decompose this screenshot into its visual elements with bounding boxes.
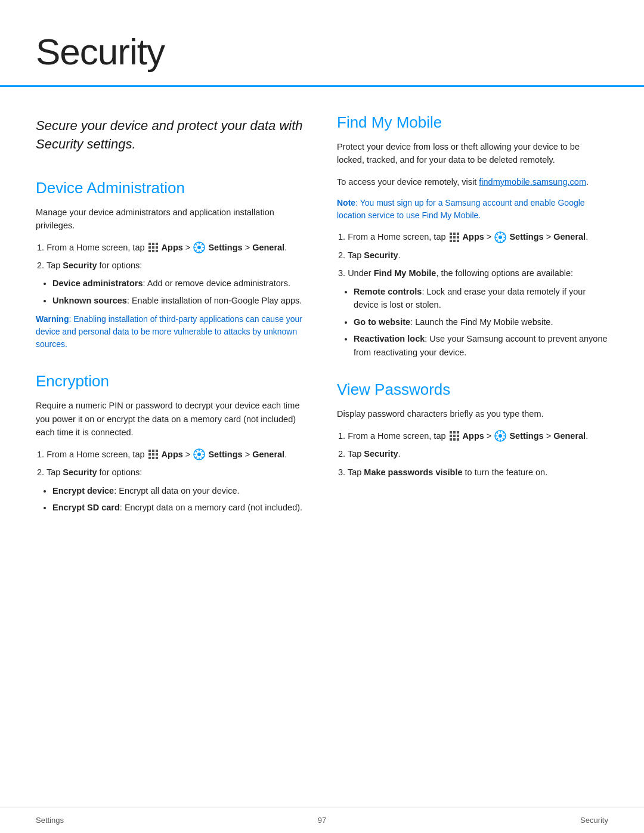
apps-icon [148, 242, 159, 253]
settings-icon [193, 241, 205, 253]
arrow-fmm: > [487, 232, 494, 241]
arrow-vp: > [487, 431, 494, 441]
svg-rect-1 [152, 243, 154, 245]
svg-rect-5 [156, 246, 158, 249]
svg-rect-30 [457, 240, 459, 242]
warning-label: Warning [36, 314, 69, 324]
vp-step-2: 2. Tap Security. [337, 447, 608, 460]
device-admin-step-1: 1. From a Home screen, tap [36, 241, 307, 254]
svg-rect-19 [156, 457, 158, 459]
main-content: Secure your device and protect your data… [0, 87, 644, 569]
fmm-step-3-text: Under Find My Mobile, the following opti… [348, 268, 573, 278]
svg-rect-15 [152, 453, 154, 456]
page-footer: Settings 97 Security [0, 807, 644, 834]
warning-text: : Enabling installation of third-party a… [36, 314, 302, 349]
svg-rect-23 [453, 233, 456, 235]
svg-rect-2 [156, 243, 158, 245]
svg-rect-11 [148, 450, 151, 452]
svg-rect-29 [453, 240, 456, 242]
svg-point-21 [197, 453, 201, 456]
svg-rect-41 [457, 438, 459, 441]
svg-rect-16 [156, 453, 158, 456]
bullet-go-to-website: Go to website: Launch the Find My Mobile… [354, 315, 608, 329]
fmm-step-1-text: From a Home screen, tap [348, 232, 448, 241]
step-2-num: 2. [37, 261, 44, 270]
step-1-text: From a Home screen, tap [47, 243, 147, 252]
apps-icon-vp [449, 431, 460, 441]
svg-rect-14 [148, 453, 151, 456]
settings-label-fmm: Settings [509, 232, 543, 241]
device-admin-warning: Warning: Enabling installation of third-… [36, 313, 307, 351]
bullet-encrypt-device: Encrypt device: Encrypt all data on your… [52, 484, 307, 497]
settings-label-1: Settings [208, 243, 242, 252]
footer-right: Security [580, 815, 608, 826]
settings-label-vp: Settings [509, 431, 543, 441]
svg-rect-22 [450, 233, 452, 235]
svg-rect-13 [156, 450, 158, 452]
svg-rect-35 [457, 431, 459, 433]
encryption-title: Encryption [36, 370, 307, 393]
fmm-step-3-num: 3. [338, 268, 345, 278]
enc-step-1-num: 1. [37, 450, 44, 459]
vp-step-2-text: Tap Security. [348, 449, 401, 459]
svg-point-32 [499, 236, 502, 239]
svg-rect-18 [152, 457, 154, 459]
footer-left: Settings [36, 815, 64, 826]
apps-label-fmm: Apps [463, 232, 484, 241]
enc-step-2-text: Tap Security for options: [47, 467, 142, 477]
device-administration-section: Device Administration Manage your device… [36, 176, 307, 351]
general-1: > General. [245, 243, 287, 252]
apps-label: Apps [162, 243, 183, 252]
vp-step-1: 1. From a Home screen, tap [337, 429, 608, 442]
svg-rect-6 [148, 250, 151, 252]
device-admin-step-2: 2. Tap Security for options: [36, 259, 307, 272]
tagline: Secure your device and protect your data… [36, 117, 307, 154]
findmymobile-link[interactable]: findmymobile.samsung.com [479, 177, 586, 187]
arrow-enc: > [185, 450, 193, 459]
svg-rect-28 [450, 240, 452, 242]
svg-rect-37 [453, 435, 456, 437]
fmm-bullets: Remote controls: Lock and erase your dat… [354, 285, 608, 359]
svg-rect-17 [148, 457, 151, 459]
fmm-step-3: 3. Under Find My Mobile, the following o… [337, 267, 608, 280]
encryption-section: Encryption Require a numeric PIN or pass… [36, 370, 307, 514]
settings-icon-enc [193, 448, 205, 460]
device-admin-bullets: Device administrators: Add or remove dev… [52, 277, 307, 307]
svg-rect-24 [457, 233, 459, 235]
fmm-step-1-num: 1. [338, 232, 345, 241]
bullet-remote-controls: Remote controls: Lock and erase your dat… [354, 285, 608, 312]
page: Security Secure your device and protect … [0, 0, 644, 833]
note-text: : You must sign up for a Samsung account… [337, 198, 585, 220]
apps-label-enc: Apps [162, 450, 183, 459]
arrow-1: > [185, 243, 193, 252]
svg-rect-12 [152, 450, 154, 452]
apps-icon-fmm [449, 232, 460, 243]
bullet-device-admins: Device administrators: Add or remove dev… [52, 277, 307, 290]
bullet-unknown-sources: Unknown sources: Enable installation of … [52, 294, 307, 307]
svg-rect-7 [152, 250, 154, 252]
vp-step-2-num: 2. [338, 449, 345, 459]
svg-rect-34 [453, 431, 456, 433]
find-my-mobile-title: Find My Mobile [337, 111, 608, 134]
find-my-mobile-note: Note: You must sign up for a Samsung acc… [337, 197, 608, 222]
bullet-encrypt-sd: Encrypt SD card: Encrypt data on a memor… [52, 501, 307, 514]
settings-icon-vp [494, 430, 506, 442]
svg-rect-26 [453, 236, 456, 239]
encryption-intro: Require a numeric PIN or password to dec… [36, 399, 307, 439]
vp-step-3-text: Tap Make passwords visible to turn the f… [348, 467, 547, 477]
vp-step-1-text: From a Home screen, tap [348, 431, 448, 441]
apps-icon-enc [148, 449, 159, 460]
svg-point-10 [197, 246, 201, 249]
left-column: Secure your device and protect your data… [36, 111, 307, 534]
device-admin-title: Device Administration [36, 176, 307, 200]
right-column: Find My Mobile Protect your device from … [337, 111, 608, 534]
view-passwords-intro: Display password characters briefly as y… [337, 407, 608, 420]
svg-rect-3 [148, 246, 151, 249]
fmm-step-2: 2. Tap Security. [337, 249, 608, 262]
settings-icon-fmm [494, 231, 506, 243]
svg-rect-39 [450, 438, 452, 441]
svg-rect-27 [457, 236, 459, 239]
find-my-mobile-access: To access your device remotely, visit fi… [337, 175, 608, 188]
device-admin-intro: Manage your device administrators and ap… [36, 206, 307, 233]
general-vp: > General. [546, 431, 589, 441]
